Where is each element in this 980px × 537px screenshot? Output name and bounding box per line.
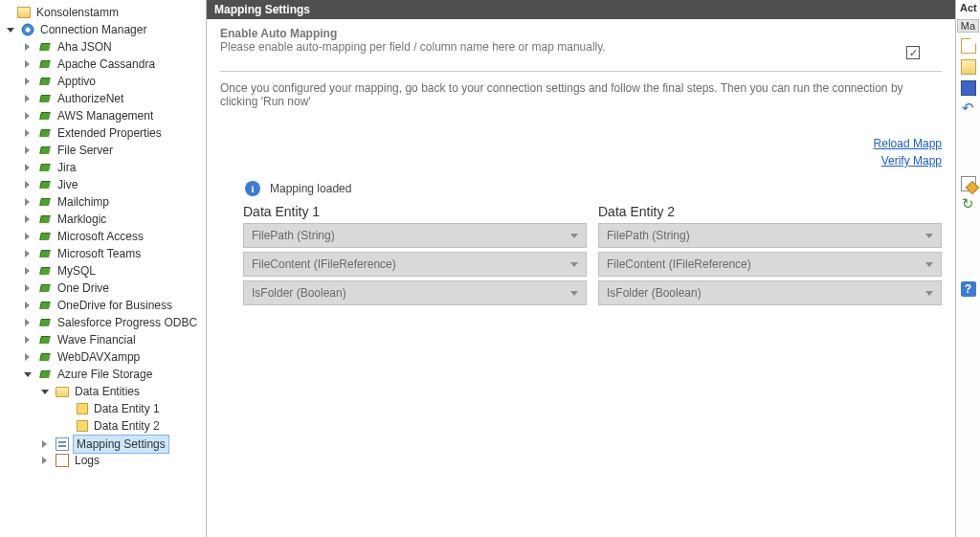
chevron-right-icon[interactable] xyxy=(23,318,33,327)
tree-connection-label: Apptivo xyxy=(56,73,98,90)
tree-connection-label: Azure File Storage xyxy=(56,366,154,383)
chevron-right-icon[interactable] xyxy=(23,197,33,207)
connection-icon xyxy=(38,57,52,71)
tree-connection-item[interactable]: Apptivo xyxy=(23,73,98,90)
connection-icon xyxy=(38,144,52,157)
enable-auto-mapping-checkbox[interactable]: ✓ xyxy=(906,46,920,59)
folder-icon xyxy=(56,387,69,397)
tree-entity-item[interactable]: Data Entity 1 xyxy=(61,400,162,417)
tree-connection-item[interactable]: Apache Cassandra xyxy=(23,56,157,73)
chevron-right-icon[interactable] xyxy=(23,111,33,121)
tree-entity-label: Data Entity 2 xyxy=(92,417,162,435)
tree-connection-item[interactable]: File Server xyxy=(23,142,115,159)
refresh-icon[interactable]: ↻ xyxy=(961,197,976,213)
tree-data-entities[interactable]: Data Entities xyxy=(40,383,142,400)
chevron-down-icon[interactable] xyxy=(23,369,33,379)
tree-connection-label: WebDAVXampp xyxy=(56,348,142,366)
tree-connection-azure[interactable]: Azure File Storage xyxy=(23,366,154,383)
undo-icon[interactable]: ↶ xyxy=(961,101,976,117)
tree-connection-item[interactable]: Marklogic xyxy=(23,211,108,228)
connection-icon xyxy=(38,213,52,226)
tree-connection-item[interactable]: Jive xyxy=(23,176,79,193)
tree-connection-item[interactable]: Extended Properties xyxy=(23,124,164,142)
info-icon: i xyxy=(245,181,260,196)
chevron-right-icon[interactable] xyxy=(23,42,33,52)
page-title: Mapping Settings xyxy=(207,0,955,19)
action-rail: Act Ma ↶ ↻ ? xyxy=(955,0,980,537)
entity1-field-0[interactable]: FilePath (String) xyxy=(243,223,587,248)
chevron-right-icon[interactable] xyxy=(23,180,33,190)
tree-connection-item[interactable]: OneDrive for Business xyxy=(23,297,174,314)
connection-manager-label: Connection Manager xyxy=(38,21,148,38)
new-document-icon[interactable] xyxy=(961,38,976,54)
connection-icon xyxy=(38,350,52,364)
chevron-right-icon[interactable] xyxy=(23,301,33,310)
entity2-field-1[interactable]: FileContent (IFileReference) xyxy=(598,252,942,277)
tree-entity-item[interactable]: Data Entity 2 xyxy=(61,417,162,435)
tree-connection-label: Apache Cassandra xyxy=(56,56,157,73)
navigation-tree[interactable]: Konsolenstamm Connection Manager Aha JSO… xyxy=(0,0,207,537)
open-folder-icon[interactable] xyxy=(961,59,976,75)
tree-connection-label: Extended Properties xyxy=(56,124,164,142)
entity2-field-0[interactable]: FilePath (String) xyxy=(598,223,942,248)
chevron-right-icon[interactable] xyxy=(40,439,50,449)
chevron-down-icon[interactable] xyxy=(6,25,15,34)
logs-label: Logs xyxy=(73,452,101,469)
entity1-field-1[interactable]: FileContent (IFileReference) xyxy=(243,252,587,277)
tree-connection-label: Mailchimp xyxy=(56,193,111,211)
connection-icon xyxy=(38,40,52,54)
chevron-right-icon[interactable] xyxy=(23,283,33,293)
data-entities-label: Data Entities xyxy=(73,383,142,400)
edit-icon[interactable] xyxy=(961,176,976,191)
tree-connection-item[interactable]: One Drive xyxy=(23,280,111,297)
chevron-right-icon[interactable] xyxy=(40,456,50,465)
tree-root[interactable]: Konsolenstamm xyxy=(2,4,121,21)
connection-icon xyxy=(38,178,52,191)
svg-point-1 xyxy=(26,28,31,33)
tree-connection-item[interactable]: Jira xyxy=(23,159,78,176)
tree-connection-item[interactable]: AuthorizeNet xyxy=(23,90,125,107)
tree-connection-item[interactable]: AWS Management xyxy=(23,107,155,124)
chevron-right-icon[interactable] xyxy=(23,249,33,258)
connection-icon xyxy=(38,75,52,88)
tree-connection-item[interactable]: MySQL xyxy=(23,262,98,280)
tree-connection-item[interactable]: Aha JSON xyxy=(23,38,114,56)
tree-connection-item[interactable]: WebDAVXampp xyxy=(23,348,142,366)
entity2-field-2[interactable]: IsFolder (Boolean) xyxy=(598,280,942,305)
instruction-text: Once you configured your mapping, go bac… xyxy=(220,81,942,108)
tree-connection-label: Microsoft Teams xyxy=(56,245,143,262)
mapping-loaded-text: Mapping loaded xyxy=(270,182,351,195)
chevron-right-icon[interactable] xyxy=(23,352,33,362)
tree-connection-label: MySQL xyxy=(56,262,98,280)
tree-connection-item[interactable]: Microsoft Teams xyxy=(23,245,143,262)
chevron-right-icon[interactable] xyxy=(23,232,33,241)
tree-root-label: Konsolenstamm xyxy=(34,4,121,21)
chevron-right-icon[interactable] xyxy=(23,266,33,276)
chevron-right-icon[interactable] xyxy=(23,128,33,138)
connection-icon xyxy=(38,264,52,278)
entity1-header: Data Entity 1 xyxy=(243,204,587,219)
chevron-right-icon[interactable] xyxy=(23,214,33,224)
chevron-down-icon[interactable] xyxy=(40,387,50,396)
chevron-right-icon[interactable] xyxy=(23,145,33,155)
rail-tab[interactable]: Ma xyxy=(957,19,979,33)
verify-mapping-link[interactable]: Verify Mapp xyxy=(220,152,942,169)
tree-logs[interactable]: Logs xyxy=(40,452,101,469)
tree-connection-item[interactable]: Mailchimp xyxy=(23,193,111,211)
chevron-right-icon[interactable] xyxy=(23,335,33,345)
tree-mapping-settings[interactable]: Mapping Settings xyxy=(40,435,169,454)
help-icon[interactable]: ? xyxy=(961,281,976,297)
tree-connection-item[interactable]: Wave Financial xyxy=(23,331,138,348)
tree-connection-item[interactable]: Microsoft Access xyxy=(23,228,145,245)
tree-connection-manager[interactable]: Connection Manager xyxy=(6,21,148,38)
tree-connection-label: Aha JSON xyxy=(56,38,114,56)
chevron-right-icon[interactable] xyxy=(23,59,33,69)
chevron-right-icon[interactable] xyxy=(23,77,33,86)
save-icon[interactable] xyxy=(961,80,976,96)
entity1-field-2[interactable]: IsFolder (Boolean) xyxy=(243,280,587,305)
reload-mapping-link[interactable]: Reload Mapp xyxy=(220,135,942,152)
chevron-right-icon[interactable] xyxy=(23,163,33,172)
chevron-right-icon[interactable] xyxy=(23,94,33,103)
enable-auto-mapping-subtitle: Please enable auto-mapping per field / c… xyxy=(220,40,884,54)
tree-connection-item[interactable]: Salesforce Progress ODBC xyxy=(23,314,199,331)
